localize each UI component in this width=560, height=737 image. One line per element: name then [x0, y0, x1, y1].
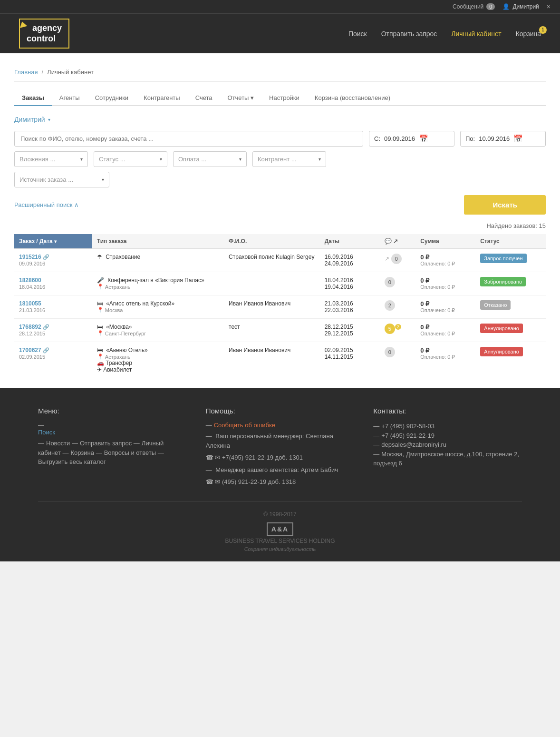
- order-cell: 1915216 🔗 09.09.2016: [14, 249, 92, 272]
- tab-reports[interactable]: Отчеты ▾: [220, 90, 262, 106]
- sum-paid: Оплачено: 0 ₽: [420, 261, 471, 267]
- type-icon: ☂: [97, 254, 102, 260]
- msg-cell: 2: [380, 295, 416, 319]
- status-cell: Забронировано: [475, 272, 546, 295]
- results-count: Найдено заказов: 15: [14, 222, 546, 229]
- user-selector-name: Димитрий: [14, 116, 45, 123]
- close-icon[interactable]: ×: [547, 3, 550, 10]
- date-to-icon[interactable]: 📅: [513, 134, 523, 143]
- name-cell: Страховой полис Kulagin Sergey: [224, 249, 320, 272]
- th-status: Статус: [475, 234, 546, 249]
- order-date: 02.09.2015: [19, 354, 45, 360]
- msg-cell: ↗0: [380, 249, 416, 272]
- th-dates: Даты: [320, 234, 380, 249]
- filter-status[interactable]: Статус ...: [94, 151, 167, 167]
- contact-address: —Москва, Дмитровское шоссе, д.100, строе…: [373, 450, 522, 468]
- search-button[interactable]: Искать: [464, 195, 546, 215]
- table-row: 1700627 🔗 02.09.2015🛏 «Авеню Отель»📍Астр…: [14, 342, 546, 378]
- date-from-value: 09.09.2016: [384, 135, 415, 142]
- nav-search[interactable]: Поиск: [348, 30, 367, 38]
- tab-agents[interactable]: Агенты: [52, 90, 87, 106]
- nav-personal-cabinet[interactable]: Личный кабинет: [451, 30, 501, 38]
- header: agency control Поиск Отправить запрос Ли…: [0, 13, 560, 53]
- user-selector[interactable]: Димитрий: [14, 116, 50, 123]
- status-badge: Отказано: [480, 300, 511, 310]
- order-link[interactable]: 1915216: [19, 254, 41, 260]
- city-tag: 📍Санкт-Петербург: [97, 330, 219, 336]
- sum-paid: Оплачено: 0 ₽: [420, 331, 471, 337]
- name-cell: Иван Иванов Иванович: [224, 295, 320, 319]
- tab-settings[interactable]: Настройки: [261, 90, 307, 106]
- date-from-field[interactable]: С: 09.09.2016 📅: [369, 131, 454, 147]
- type-cell: ☂ Страхование: [92, 249, 224, 272]
- footer-error-link[interactable]: Сообщить об ошибке: [214, 422, 275, 429]
- msg-extra-badge: 2: [395, 324, 401, 330]
- table-row: 1915216 🔗 09.09.2016☂ СтрахованиеСтрахов…: [14, 249, 546, 272]
- chevron-down-icon: [102, 177, 104, 182]
- name-cell: тест: [224, 319, 320, 342]
- order-date: 09.09.2016: [19, 261, 45, 266]
- filter-payment[interactable]: Оплата ...: [173, 151, 247, 167]
- footer-grid: Меню: —Поиск —Новости —Отправить запрос …: [38, 407, 522, 487]
- filter-attachments[interactable]: Вложения ...: [14, 151, 88, 167]
- filter-source[interactable]: Источник заказа ...: [14, 172, 109, 187]
- messages-label: Сообщений: [453, 3, 483, 10]
- tab-invoices[interactable]: Счета: [188, 90, 220, 106]
- footer-link-search[interactable]: Поиск: [38, 429, 187, 436]
- footer-agency-contact: ☎ ✉ (495) 921-22-19 доб. 1318: [206, 477, 355, 487]
- sum-cell: 0 ₽Оплачено: 0 ₽: [415, 295, 475, 319]
- fwd-icon: ↗: [385, 255, 389, 262]
- sum-cell: 0 ₽Оплачено: 0 ₽: [415, 342, 475, 378]
- nav-send-request[interactable]: Отправить запрос: [381, 30, 437, 38]
- order-link[interactable]: 1810055: [19, 300, 41, 307]
- status-cell: Запрос получен: [475, 249, 546, 272]
- logo[interactable]: agency control: [19, 19, 69, 49]
- footer-link-catalog: Выгрузить весь каталог: [38, 458, 106, 465]
- filter-contractor[interactable]: Контрагент ...: [252, 151, 326, 167]
- location-icon: 📍: [97, 354, 104, 360]
- footer: Меню: —Поиск —Новости —Отправить запрос …: [0, 388, 560, 561]
- contact-phone-1: —+7 (495) 902-58-03: [373, 422, 522, 431]
- chevron-down-icon: [80, 157, 83, 162]
- msg-badge: 0: [391, 254, 402, 264]
- contact-email: —depsales@zabroniryi.ru: [373, 440, 522, 450]
- order-link[interactable]: 1768892: [19, 324, 41, 330]
- cart-label: Корзина: [516, 30, 541, 38]
- search-input[interactable]: [14, 131, 363, 147]
- city-tag: 📍Москва: [97, 307, 219, 313]
- location-icon: 📍: [97, 330, 104, 336]
- order-link[interactable]: 1700627: [19, 347, 41, 354]
- breadcrumb-home[interactable]: Главная: [14, 69, 38, 76]
- order-cell: 1768892 🔗 28.12.2015: [14, 319, 92, 342]
- date-to-field[interactable]: По: 10.09.2016 📅: [460, 131, 546, 147]
- tab-orders[interactable]: Заказы: [14, 90, 52, 106]
- tab-contractors[interactable]: Контрагенты: [136, 90, 188, 106]
- tab-cart-restore[interactable]: Корзина (восстановление): [307, 90, 398, 106]
- status-badge: Аннулировано: [480, 324, 523, 333]
- location-icon: 📍: [97, 284, 104, 290]
- nav-cart[interactable]: Корзина 1: [516, 30, 541, 38]
- sum-cell: 0 ₽Оплачено: 0 ₽: [415, 272, 475, 295]
- sum-value: 0 ₽: [420, 277, 471, 284]
- dates-cell: 28.12.201529.12.2015: [320, 319, 380, 342]
- order-date: 28.12.2015: [19, 331, 45, 336]
- fwd-icon: ↗: [393, 238, 398, 245]
- order-link[interactable]: 1828600: [19, 277, 41, 284]
- tab-employees[interactable]: Сотрудники: [87, 90, 136, 106]
- location-icon: 📍: [97, 307, 104, 313]
- advanced-search-row: Расширенный поиск ∧ Искать: [14, 195, 546, 215]
- contact-phone-2: —+7 (495) 921-22-19: [373, 431, 522, 441]
- user-label[interactable]: 👤 Димитрий: [502, 3, 539, 10]
- footer-link-send-request: Отправить запрос: [80, 440, 132, 447]
- chat-icon: 💬: [385, 238, 392, 245]
- order-attach-icon: 🔗: [43, 324, 49, 330]
- type-cell: 🎤 Конференц-зал в «Виктория Палас»📍Астра…: [92, 272, 224, 295]
- footer-menu-title: Меню:: [38, 407, 187, 415]
- footer-bottom: © 1998-2017 A&A BUSINESS TRAVEL SERVICES…: [38, 501, 522, 552]
- type-icon: 🛏: [97, 347, 103, 354]
- th-order[interactable]: Заказ / Дата ▾: [14, 234, 92, 249]
- sum-paid: Оплачено: 0 ₽: [420, 284, 471, 290]
- advanced-search-link[interactable]: Расширенный поиск ∧: [14, 201, 79, 208]
- th-type: Тип заказа: [92, 234, 224, 249]
- date-from-icon[interactable]: 📅: [419, 134, 428, 143]
